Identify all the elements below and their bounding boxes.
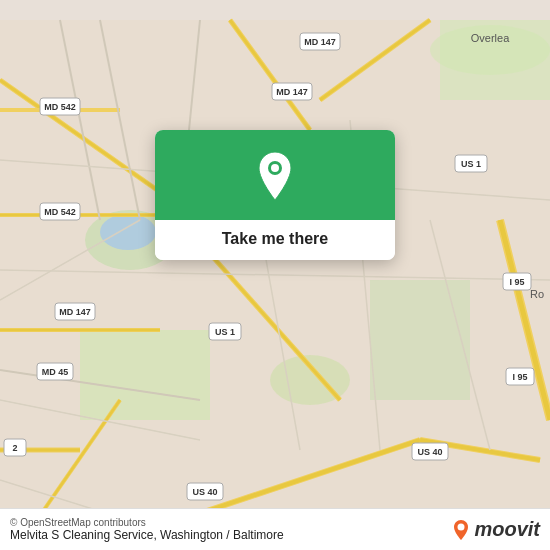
location-pin-icon — [253, 150, 297, 202]
svg-point-72 — [271, 164, 279, 172]
svg-text:MD 147: MD 147 — [304, 37, 336, 47]
map-container: MD 147 MD 542 MD 147 US 1 MD 542 I 95 MD… — [0, 0, 550, 550]
bottom-bar-info: © OpenStreetMap contributors Melvita S C… — [10, 517, 284, 542]
map-background: MD 147 MD 542 MD 147 US 1 MD 542 I 95 MD… — [0, 0, 550, 550]
svg-text:I 95: I 95 — [512, 372, 527, 382]
svg-text:MD 542: MD 542 — [44, 207, 76, 217]
location-text: Melvita S Cleaning Service, Washington /… — [10, 528, 284, 542]
svg-rect-4 — [370, 280, 470, 400]
svg-point-7 — [100, 214, 156, 250]
svg-text:US 1: US 1 — [215, 327, 235, 337]
svg-text:US 40: US 40 — [417, 447, 442, 457]
card-footer: Take me there — [155, 220, 395, 260]
svg-text:MD 147: MD 147 — [59, 307, 91, 317]
moovit-logo: moovit — [452, 518, 540, 541]
svg-text:US 1: US 1 — [461, 159, 481, 169]
svg-text:Ro: Ro — [530, 288, 544, 300]
moovit-pin-icon — [452, 519, 470, 541]
card-header — [155, 130, 395, 220]
svg-text:MD 147: MD 147 — [276, 87, 308, 97]
moovit-logo-text: moovit — [474, 518, 540, 541]
svg-rect-2 — [80, 330, 210, 420]
take-me-there-button[interactable]: Take me there — [222, 230, 328, 248]
svg-text:I 95: I 95 — [509, 277, 524, 287]
bottom-bar: © OpenStreetMap contributors Melvita S C… — [0, 508, 550, 550]
svg-text:MD 45: MD 45 — [42, 367, 69, 377]
take-me-there-card: Take me there — [155, 130, 395, 260]
svg-point-73 — [458, 523, 465, 530]
svg-text:Overlea: Overlea — [471, 32, 510, 44]
attribution-text: © OpenStreetMap contributors — [10, 517, 284, 528]
svg-text:US 40: US 40 — [192, 487, 217, 497]
svg-text:2: 2 — [12, 443, 17, 453]
svg-text:MD 542: MD 542 — [44, 102, 76, 112]
